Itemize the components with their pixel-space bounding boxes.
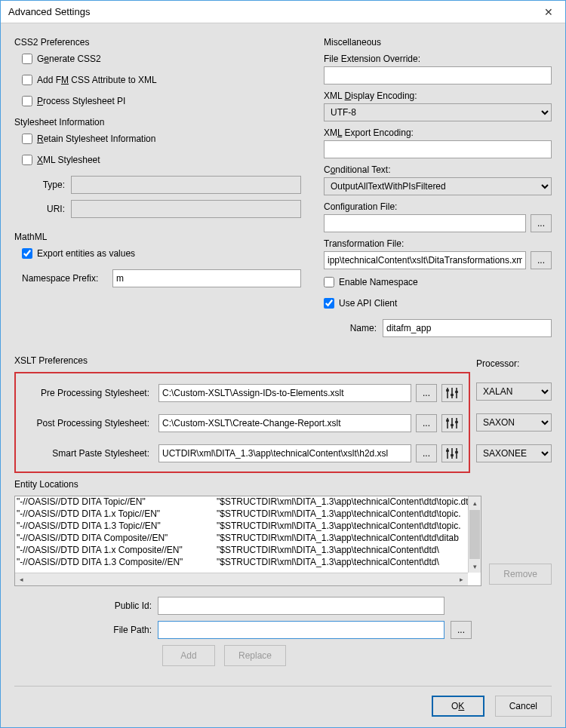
sliders-icon [445,416,459,430]
pre-processing-browse-button[interactable]: ... [416,384,437,402]
stylesheet-section-title: Stylesheet Information [14,117,301,127]
api-name-input[interactable] [383,319,552,337]
post-processing-settings-button[interactable] [441,414,463,432]
titlebar: Advanced Settings ✕ [1,1,565,23]
close-icon: ✕ [544,6,553,18]
post-processing-input[interactable] [158,414,411,432]
file-ext-label: File Extension Override: [324,54,552,64]
list-item: "-//OASIS//DTD DITA 1.x Topic//EN""$STRU… [17,508,481,521]
scroll-down-icon: ▾ [469,560,481,573]
smart-paste-processor-select[interactable]: SAXONEE [476,444,552,462]
smart-paste-settings-button[interactable] [441,444,463,462]
export-encoding-label: XML Export Encoding: [324,127,552,138]
process-stylesheet-pi-checkbox[interactable] [22,96,32,106]
use-api-client-label: Use API Client [339,298,397,309]
pre-processing-label: Pre Processing Stylesheet: [22,388,154,398]
uri-label: URI: [14,204,71,214]
post-processing-label: Post Processing Stylesheet: [22,418,154,429]
uri-input[interactable] [71,200,301,218]
display-encoding-label: XML Display Encoding: [324,91,552,101]
pre-processing-input[interactable] [158,384,411,402]
replace-button[interactable]: Replace [224,645,286,666]
smart-paste-label: Smart Paste Stylesheet: [22,448,154,459]
add-fm-css-checkbox[interactable] [22,75,32,85]
retain-stylesheet-checkbox[interactable] [22,134,32,144]
xslt-section-title: XSLT Preferences [14,355,469,366]
css2-section-title: CSS2 Preferences [14,37,301,48]
display-encoding-select[interactable]: UTF-8 [324,103,552,121]
xslt-highlight-box: Pre Processing Stylesheet: ... Post Proc… [14,372,470,473]
list-item: "-//OASIS//DTD DITA 1.x Composite//EN""$… [17,545,481,557]
mathml-section-title: MathML [14,232,301,242]
xml-stylesheet-checkbox[interactable] [22,155,32,165]
smart-paste-browse-button[interactable]: ... [416,444,437,462]
file-path-input[interactable] [158,621,444,639]
export-encoding-input[interactable] [324,140,552,158]
vertical-scrollbar[interactable]: ▴ ▾ [468,496,481,573]
enable-namespace-label: Enable Namespace [339,277,418,287]
sliders-icon [445,386,459,400]
post-processing-browse-button[interactable]: ... [416,414,437,432]
conditional-text-select[interactable]: OutputAllTextWithPIsFiltered [324,177,552,195]
file-path-label: File Path: [14,625,158,635]
ellipsis-icon: ... [537,218,545,229]
conditional-text-label: Conditional Text: [324,164,552,175]
ellipsis-icon: ... [457,625,465,635]
public-id-label: Public Id: [14,601,158,611]
xml-stylesheet-label: XML Stylesheet [37,155,100,165]
config-file-input[interactable] [324,214,526,232]
list-item: "-//OASIS//DTD DITA Composite//EN""$STRU… [17,533,481,545]
export-entities-checkbox[interactable] [22,248,32,259]
scroll-up-icon: ▴ [469,496,481,509]
ellipsis-icon: ... [423,448,430,459]
remove-button[interactable]: Remove [489,564,552,585]
transformation-file-browse-button[interactable]: ... [531,251,552,269]
process-stylesheet-pi-label: Process Stylesheet PI [37,96,125,106]
namespace-prefix-input[interactable] [112,269,301,287]
ellipsis-icon: ... [423,388,430,398]
ok-button[interactable]: OK [432,696,484,717]
enable-namespace-checkbox[interactable] [324,277,334,287]
retain-stylesheet-label: Retain Stylesheet Information [37,134,155,144]
use-api-client-checkbox[interactable] [324,298,334,309]
horizontal-scrollbar[interactable]: ◂ ▸ [15,573,468,585]
config-file-browse-button[interactable]: ... [531,214,552,232]
api-name-label: Name: [339,323,383,333]
close-button[interactable]: ✕ [534,2,564,23]
list-item: "-//OASIS//DTD DITA 1.3 Composite//EN""$… [17,557,481,569]
scroll-left-icon: ◂ [15,573,28,585]
generate-css2-label: Generate CSS2 [37,54,101,64]
pre-processing-settings-button[interactable] [441,384,463,402]
list-item: "-//OASIS//DTD DITA 1.3 Topic//EN""$STRU… [17,521,481,533]
footer: OK Cancel [14,686,552,717]
ellipsis-icon: ... [423,418,430,429]
config-file-label: Configuration File: [324,201,552,212]
entity-section-title: Entity Locations [14,479,552,490]
export-entities-label: Export entities as values [37,248,135,259]
entity-listbox[interactable]: "-//OASIS//DTD DITA Topic//EN""$STRUCTDI… [14,496,481,586]
generate-css2-checkbox[interactable] [22,54,32,64]
sliders-icon [445,447,459,460]
window-title: Advanced Settings [8,6,90,17]
scroll-right-icon: ▸ [455,573,468,585]
file-ext-input[interactable] [324,66,552,84]
namespace-prefix-label: Namespace Prefix: [22,273,112,284]
add-fm-css-label: Add FM CSS Attribute to XML [37,75,157,85]
add-button[interactable]: Add [162,645,215,666]
post-processor-select[interactable]: SAXON [476,413,552,432]
processor-label: Processor: [476,358,552,369]
smart-paste-input[interactable] [158,444,411,462]
misc-section-title: Miscellaneous [324,37,552,48]
list-item: "-//OASIS//DTD DITA Topic//EN""$STRUCTDI… [17,496,481,508]
ellipsis-icon: ... [537,255,545,266]
transformation-file-input[interactable] [324,251,526,269]
type-input[interactable] [71,176,301,194]
file-path-browse-button[interactable]: ... [451,621,472,639]
public-id-input[interactable] [158,597,444,615]
transformation-file-label: Transformation File: [324,238,552,249]
pre-processor-select[interactable]: XALAN [476,382,552,401]
cancel-button[interactable]: Cancel [495,696,552,717]
type-label: Type: [14,180,71,190]
